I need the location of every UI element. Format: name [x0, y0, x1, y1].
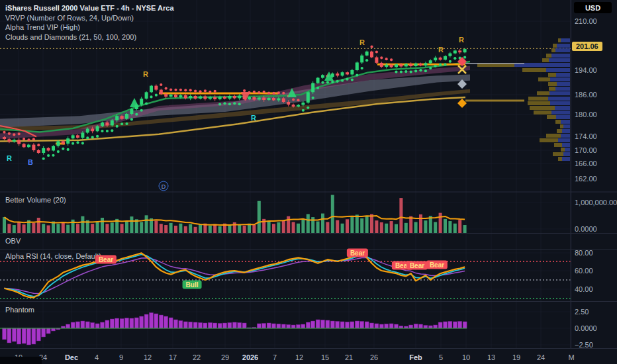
candle-body: [233, 96, 236, 99]
time-axis-label[interactable]: 19: [512, 353, 520, 361]
pane-label-alpha-rsi[interactable]: Alpha RSI (14, close, Default): [5, 252, 101, 260]
phantom-bar: [115, 318, 119, 328]
candle-body: [76, 135, 79, 138]
trail-dot-up: [120, 122, 123, 125]
phantom-bar: [419, 324, 423, 328]
trail-dot-down: [27, 138, 30, 141]
time-axis-label[interactable]: 15: [321, 353, 329, 361]
trail-dot-up: [91, 136, 94, 138]
candle-body: [154, 86, 158, 90]
volume-bar: [13, 225, 16, 233]
trail-dot-down: [184, 89, 187, 91]
phantom-bar: [223, 323, 227, 328]
currency-button[interactable]: USD: [574, 2, 612, 13]
time-axis-label[interactable]: 4: [95, 353, 99, 361]
phantom-bar: [291, 325, 295, 328]
indicator-legend-vrvp[interactable]: VRVP (Number Of Rows, 24, Up/Down): [5, 13, 174, 23]
volume-bar: [380, 222, 383, 233]
indicator-legend-alpha-trend[interactable]: Alpha Trend VIP (High): [5, 23, 174, 32]
chart-canvas[interactable]: [0, 0, 617, 364]
candle-body: [86, 128, 89, 132]
vrvp-row-gold: [538, 77, 550, 81]
candle-body: [414, 64, 418, 66]
volume-bar: [434, 222, 437, 233]
vrvp-row-blue: [550, 77, 570, 81]
volume-bar: [238, 224, 241, 233]
trail-dot-down: [267, 91, 270, 94]
time-axis-label[interactable]: Dec: [65, 353, 78, 361]
phantom-bar: [140, 316, 144, 328]
time-axis-label[interactable]: 22: [193, 353, 201, 361]
volume-axis-label: 1,000,000.00: [575, 199, 617, 206]
candle-body: [448, 54, 451, 56]
pane-label-phantom[interactable]: Phantom: [5, 306, 34, 314]
current-price-badge: 201.06: [572, 42, 602, 51]
volume-bar: [350, 217, 354, 233]
trail-dot-down: [165, 87, 167, 89]
time-axis-label[interactable]: 26: [370, 353, 378, 361]
volume-bar: [395, 224, 398, 233]
volume-bar: [375, 220, 378, 233]
phantom-bar: [409, 325, 413, 328]
time-axis-label[interactable]: 12: [144, 353, 152, 361]
phantom-bar: [326, 320, 330, 328]
pane-label-better-volume[interactable]: Better Volume (20): [5, 196, 66, 204]
rsi-axis-label: 40.00: [575, 285, 593, 293]
time-axis-label[interactable]: 21: [345, 353, 353, 361]
trail-dot-up: [62, 148, 64, 150]
candle-body: [301, 103, 305, 105]
pane-label-obv[interactable]: OBV: [5, 237, 21, 245]
trail-dot-up: [145, 102, 148, 105]
reversal-letter-r: R: [7, 154, 12, 162]
candle-body: [350, 70, 354, 74]
candle-body: [419, 64, 422, 66]
volume-bar: [111, 222, 114, 233]
trail-dot-down: [174, 89, 177, 91]
volume-bar: [164, 225, 167, 233]
trail-dot-down: [243, 89, 246, 92]
indicator-legend-clouds-diamonds[interactable]: Clouds and Diamonds (21, 50, 100, 200): [5, 32, 174, 42]
time-axis-label[interactable]: 10: [462, 353, 470, 361]
volume-bar: [448, 221, 451, 233]
volume-bar: [37, 218, 40, 233]
phantom-bar: [434, 325, 438, 328]
vrvp-row-blue: [551, 54, 570, 58]
volume-bar: [419, 214, 422, 233]
phantom-bar: [105, 320, 109, 328]
phantom-bar: [355, 321, 359, 328]
time-axis-label[interactable]: 17: [169, 353, 177, 361]
phantom-bar: [36, 328, 40, 341]
phantom-bar: [154, 314, 158, 328]
trail-dot-down: [169, 89, 172, 91]
dividend-event-icon[interactable]: D: [159, 181, 169, 191]
time-axis-label[interactable]: 7: [273, 353, 277, 361]
time-axis-label[interactable]: 2026: [242, 353, 258, 361]
bottom-left-panel[interactable]: [0, 357, 42, 364]
time-axis-label[interactable]: 24: [537, 353, 545, 361]
volume-bar: [424, 220, 427, 233]
symbol-title[interactable]: iShares Russell 2000 Value ETF - 4h - NY…: [5, 3, 174, 13]
time-axis-label[interactable]: 5: [439, 353, 443, 361]
time-axis-label[interactable]: 29: [221, 353, 229, 361]
volume-bar: [272, 224, 275, 233]
phantom-bar: [301, 324, 305, 328]
time-axis-label[interactable]: 13: [487, 353, 495, 361]
candle-body: [169, 95, 173, 97]
volume-bar: [287, 216, 290, 233]
time-axis-label[interactable]: 12: [295, 353, 303, 361]
trail-dot-up: [336, 80, 339, 83]
time-axis-label[interactable]: 9: [119, 353, 123, 361]
candle-body: [194, 96, 197, 99]
trail-dot-up: [76, 141, 79, 144]
trail-dot-down: [8, 132, 11, 135]
trail-dot-up: [307, 107, 309, 109]
time-axis-label[interactable]: Feb: [409, 353, 422, 361]
vrvp-row-gold: [555, 120, 561, 124]
trail-dot-up: [321, 81, 324, 84]
vrvp-row-gold: [540, 138, 558, 142]
time-axis-label[interactable]: M: [568, 353, 574, 361]
candle-body: [164, 94, 167, 97]
volume-bar: [414, 222, 418, 233]
phantom-bar: [12, 328, 16, 341]
price-axis-label: 180.00: [575, 111, 597, 118]
